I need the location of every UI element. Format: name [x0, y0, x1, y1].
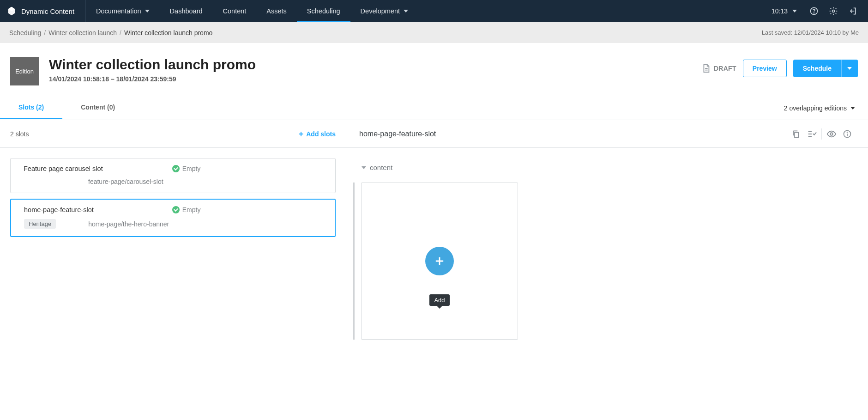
svg-point-1	[814, 13, 814, 13]
brand-text: Dynamic Content	[21, 7, 74, 15]
slot-card-selected[interactable]: home-page-feature-slot Empty Heritage ho…	[10, 199, 336, 237]
page-dates: 14/01/2024 10:58:18 – 18/01/2024 23:59:5…	[49, 75, 701, 83]
add-tooltip: Add	[429, 294, 449, 306]
check-circle-icon	[172, 206, 180, 213]
header-actions: DRAFT Preview Schedule	[701, 60, 858, 77]
section-rail	[353, 183, 355, 340]
content-section-header[interactable]: content	[359, 164, 855, 171]
slot-name: Feature page carousel slot	[24, 165, 103, 172]
main: 2 slots + Add slots Feature page carouse…	[0, 120, 868, 416]
slot-count: 2 slots	[10, 130, 29, 138]
chevron-down-icon	[847, 67, 852, 70]
nav-documentation-label: Documentation	[96, 7, 141, 15]
slot-status-text: Empty	[182, 165, 201, 172]
crumb-event[interactable]: Winter collection launch	[48, 29, 117, 37]
status-text: DRAFT	[714, 65, 736, 72]
last-saved: Last saved: 12/01/2024 10:10 by Me	[762, 29, 859, 36]
left-panel: 2 slots + Add slots Feature page carouse…	[0, 120, 346, 416]
copy-icon[interactable]	[788, 126, 804, 142]
slot-name: home-page-feature-slot	[24, 206, 94, 213]
clock-text: 10:13	[772, 7, 788, 15]
add-content-button[interactable]	[425, 247, 454, 275]
schedule-split-button: Schedule	[793, 60, 858, 77]
slot-status: Empty	[172, 206, 201, 213]
svg-point-4	[830, 133, 833, 135]
info-icon[interactable]	[839, 126, 855, 142]
brand-logo-icon	[6, 6, 17, 16]
preview-button[interactable]: Preview	[743, 60, 787, 77]
status-badge: DRAFT	[701, 63, 736, 73]
tab-slots[interactable]: Slots (2)	[0, 97, 62, 119]
chevron-down-icon	[404, 10, 408, 12]
right-header: home-page-feature-slot	[346, 120, 868, 148]
svg-point-6	[847, 132, 848, 132]
crumb-sep: /	[44, 29, 46, 37]
content-section-label: content	[370, 164, 392, 171]
add-slots-button[interactable]: + Add slots	[299, 130, 336, 138]
slot-list: Feature page carousel slot Empty feature…	[0, 148, 346, 247]
chevron-down-icon	[850, 107, 855, 110]
clock[interactable]: 10:13	[765, 7, 803, 15]
slot-chip: Heritage	[24, 219, 56, 229]
plus-icon: +	[299, 130, 304, 138]
schedule-button[interactable]: Schedule	[793, 60, 841, 77]
slot-path: home-page/the-hero-banner	[88, 220, 169, 228]
top-nav: Dynamic Content Documentation Dashboard …	[0, 0, 868, 22]
add-slots-label: Add slots	[306, 130, 336, 138]
nav-development[interactable]: Development	[350, 0, 418, 22]
right-panel: home-page-feature-slot content	[346, 120, 868, 416]
eye-icon[interactable]	[824, 126, 839, 142]
help-icon[interactable]	[805, 2, 823, 20]
overlapping-editions[interactable]: 2 overlapping editions	[784, 104, 858, 112]
breadcrumb-bar: Scheduling / Winter collection launch / …	[0, 22, 868, 43]
content-dropzone[interactable]: Add	[361, 183, 518, 340]
slot-path: feature-page/carousel-slot	[88, 178, 163, 185]
tabs: Slots (2) Content (0)	[0, 97, 133, 119]
page-header: Edition Winter collection launch promo 1…	[0, 43, 868, 97]
slot-card[interactable]: Feature page carousel slot Empty feature…	[10, 158, 336, 193]
schedule-dropdown[interactable]	[841, 60, 858, 77]
right-body: content Add	[346, 148, 868, 355]
tab-content[interactable]: Content (0)	[62, 97, 133, 119]
nav-assets[interactable]: Assets	[256, 0, 297, 22]
nav-dashboard[interactable]: Dashboard	[160, 0, 213, 22]
edition-badge: Edition	[10, 57, 39, 85]
svg-rect-3	[795, 132, 799, 137]
crumb-sep: /	[120, 29, 121, 37]
nav-content[interactable]: Content	[213, 0, 257, 22]
svg-point-2	[832, 10, 835, 12]
chevron-down-icon	[792, 10, 797, 12]
brand[interactable]: Dynamic Content	[6, 0, 86, 22]
separator	[821, 128, 822, 140]
nav-right: 10:13	[765, 0, 862, 22]
slot-status-text: Empty	[182, 206, 201, 213]
plus-icon	[433, 255, 446, 268]
check-circle-icon	[172, 165, 180, 172]
right-title: home-page-feature-slot	[359, 130, 436, 138]
tabs-row: Slots (2) Content (0) 2 overlapping edit…	[0, 97, 868, 120]
chevron-down-icon	[362, 166, 366, 169]
chevron-down-icon	[145, 10, 150, 12]
checklist-icon[interactable]	[804, 126, 820, 142]
document-icon	[701, 63, 711, 73]
left-header: 2 slots + Add slots	[0, 120, 346, 148]
slot-status: Empty	[172, 165, 201, 172]
crumb-current: Winter collection launch promo	[124, 29, 212, 37]
page-title: Winter collection launch promo	[49, 57, 701, 73]
nav-development-label: Development	[361, 7, 400, 15]
nav-documentation[interactable]: Documentation	[86, 0, 160, 22]
nav-scheduling[interactable]: Scheduling	[297, 0, 350, 22]
nav-primary: Documentation Dashboard Content Assets S…	[86, 0, 418, 22]
gear-icon[interactable]	[825, 2, 842, 20]
logout-icon[interactable]	[844, 2, 862, 20]
crumb-scheduling[interactable]: Scheduling	[9, 29, 41, 37]
overlapping-editions-text: 2 overlapping editions	[784, 104, 847, 112]
